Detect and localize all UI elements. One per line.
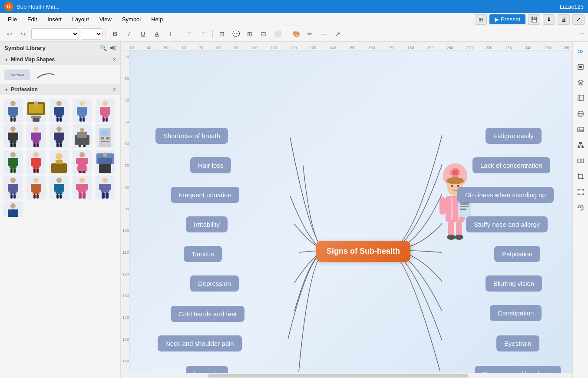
- text-box-button[interactable]: ⊡: [216, 28, 228, 40]
- ruler-left-mark: 160: [122, 359, 129, 363]
- node-fatigue-easily[interactable]: Fatigue easily: [486, 128, 542, 144]
- mind-map-shapes-header[interactable]: ▼ Mind Map Shapes ×: [0, 54, 120, 65]
- undo-button[interactable]: ↩: [3, 28, 16, 40]
- node-lack-of-concentration[interactable]: Lack of concentration: [472, 157, 550, 173]
- node-hair-loss[interactable]: Hair loss: [190, 157, 231, 173]
- connector-button[interactable]: ⊞: [244, 28, 256, 40]
- menu-insert[interactable]: Insert: [43, 15, 66, 24]
- prof-item-3[interactable]: [50, 99, 69, 123]
- right-icon-hierarchy[interactable]: [575, 139, 587, 151]
- menu-help[interactable]: Help: [147, 15, 167, 24]
- svg-rect-111: [102, 192, 105, 199]
- save-button[interactable]: 💾: [528, 14, 540, 25]
- node-neck-shoulder[interactable]: Neck and shoulder pain: [158, 335, 242, 351]
- node-insomnia[interactable]: Insomnia: [186, 366, 228, 373]
- node-palpitation[interactable]: Palpitation: [494, 246, 540, 262]
- right-icon-style[interactable]: [575, 61, 587, 73]
- bold-button[interactable]: B: [109, 28, 121, 40]
- size-select[interactable]: [81, 28, 102, 40]
- prof-item-8[interactable]: [50, 124, 69, 148]
- close-mindmap-icon[interactable]: ×: [113, 56, 116, 63]
- right-icon-layers[interactable]: [575, 76, 587, 89]
- collapse-icon[interactable]: ≪: [109, 44, 116, 51]
- node-depression[interactable]: Depression: [190, 275, 239, 292]
- prof-item-10[interactable]: [96, 124, 115, 148]
- font-color-button[interactable]: A: [151, 28, 163, 40]
- node-stuffy-nose[interactable]: Stuffy nose and allergy: [466, 216, 548, 232]
- prof-item-19[interactable]: [73, 176, 92, 199]
- node-blurring-vision[interactable]: Blurring vision: [486, 275, 542, 292]
- prof-item-13[interactable]: [50, 150, 69, 174]
- node-frequent-urination[interactable]: Frequent urination: [171, 187, 239, 203]
- image-button[interactable]: ⬜: [271, 28, 284, 40]
- right-icon-pages[interactable]: [575, 92, 587, 104]
- node-dizziness-standing[interactable]: Dizziness when standing up: [457, 187, 554, 203]
- prof-item-11[interactable]: [3, 150, 23, 174]
- prof-item-17[interactable]: [26, 176, 46, 199]
- redo-button[interactable]: ↪: [17, 28, 30, 40]
- right-icon-history[interactable]: [575, 202, 587, 214]
- right-icon-expand[interactable]: [575, 186, 587, 198]
- table-button[interactable]: ⊟: [258, 28, 270, 40]
- more-button[interactable]: ···: [579, 30, 585, 38]
- prof-item-18[interactable]: [50, 176, 69, 199]
- svg-rect-150: [579, 142, 582, 144]
- node-irritability[interactable]: Irritability: [186, 216, 228, 232]
- prof-item-2[interactable]: [26, 99, 46, 123]
- right-icon-collapse[interactable]: ≫: [575, 45, 587, 57]
- menu-symbol[interactable]: Symbol: [118, 15, 145, 24]
- node-dizziness-headache[interactable]: Dizziness and headache: [475, 366, 561, 373]
- menu-layout[interactable]: Layout: [68, 15, 93, 24]
- font-select[interactable]: [31, 28, 79, 40]
- share-button[interactable]: ⤢: [572, 14, 585, 25]
- prof-item-12[interactable]: [26, 150, 46, 174]
- center-node[interactable]: Signs of Sub-health: [316, 241, 410, 262]
- text-align-button[interactable]: ≡: [197, 28, 209, 40]
- close-profession-icon[interactable]: ×: [113, 86, 116, 93]
- arrow-button[interactable]: ↗: [332, 28, 344, 40]
- right-icon-image[interactable]: [575, 123, 587, 136]
- prof-item-9[interactable]: [73, 124, 92, 148]
- ruler-left-mark: 80: [125, 185, 129, 189]
- curved-line-shape[interactable]: [35, 70, 56, 80]
- prof-item-14[interactable]: [73, 150, 92, 174]
- text-button[interactable]: T: [165, 28, 177, 40]
- node-tinnitus[interactable]: Tinnitus: [184, 246, 222, 262]
- rounded-rect-shape[interactable]: Marrows: [4, 70, 30, 80]
- right-icon-data[interactable]: [575, 108, 587, 120]
- theme-button[interactable]: ⊞: [475, 14, 487, 25]
- prof-item-15[interactable]: [96, 150, 115, 174]
- right-icon-containers[interactable]: [575, 155, 587, 167]
- node-constipation[interactable]: Constipation: [490, 305, 542, 321]
- search-icon[interactable]: 🔍: [99, 44, 107, 51]
- canvas[interactable]: Signs of Sub-health: [129, 50, 572, 373]
- horizontal-scrollbar[interactable]: [121, 373, 572, 378]
- menu-edit[interactable]: Edit: [23, 15, 41, 24]
- prof-item-21[interactable]: [3, 201, 23, 217]
- prof-item-6[interactable]: [3, 124, 23, 148]
- prof-item-4[interactable]: [73, 99, 92, 123]
- prof-item-16[interactable]: [3, 176, 23, 199]
- profession-section-header[interactable]: ▼ Profession ×: [0, 84, 120, 95]
- prof-item-5[interactable]: [96, 99, 115, 123]
- line-button[interactable]: ✏: [304, 28, 316, 40]
- node-shortness-of-breath[interactable]: Shortness of breath: [155, 128, 228, 144]
- present-button[interactable]: ▶ Present: [489, 14, 525, 24]
- node-eyestrain[interactable]: Eyestrain: [496, 335, 539, 351]
- menu-view[interactable]: View: [95, 15, 116, 24]
- download-button[interactable]: ⬇: [543, 14, 555, 25]
- menu-file[interactable]: File: [3, 15, 21, 24]
- right-icon-crop[interactable]: [575, 170, 587, 182]
- line-style-button[interactable]: ---: [318, 28, 330, 40]
- align-button[interactable]: ≡: [183, 28, 195, 40]
- print-button[interactable]: 🖨: [558, 14, 570, 25]
- node-cold-hands[interactable]: Cold hands and feet: [171, 306, 244, 322]
- prof-item-1[interactable]: [3, 99, 23, 123]
- prof-item-7[interactable]: [26, 124, 46, 148]
- fill-button[interactable]: 🎨: [290, 28, 302, 40]
- prof-item-20[interactable]: [96, 176, 115, 199]
- italic-button[interactable]: I: [123, 28, 135, 40]
- underline-button[interactable]: U: [137, 28, 149, 40]
- scroll-thumb[interactable]: [208, 374, 468, 378]
- callout-button[interactable]: 💬: [230, 28, 242, 40]
